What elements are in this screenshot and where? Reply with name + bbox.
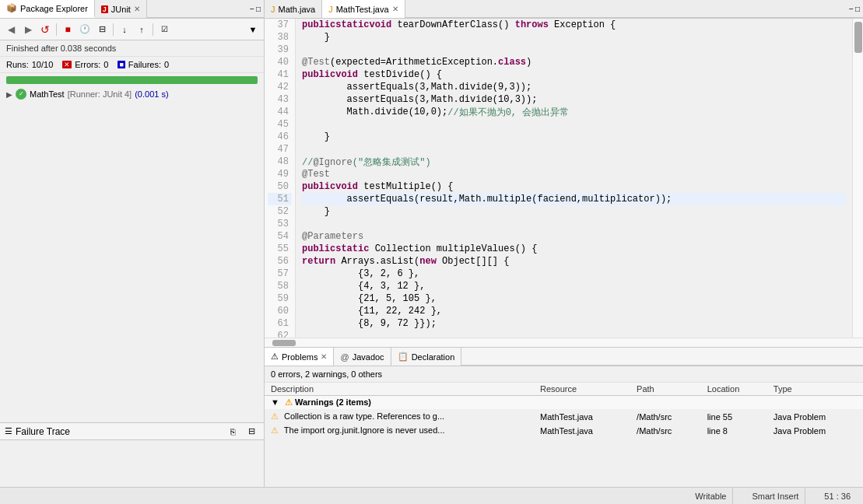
line-num: 61 bbox=[268, 317, 292, 330]
warning-type: Java Problem bbox=[767, 410, 863, 424]
top-row: 3738394041424344454647484950515253545556… bbox=[265, 19, 863, 347]
tab-mathtest-close[interactable]: ✕ bbox=[392, 5, 398, 13]
dropdown-btn[interactable]: ▼ bbox=[245, 22, 261, 37]
javadoc-icon: @ bbox=[340, 352, 349, 362]
junit-toolbar: ◀ ▶ ↺ ■ 🕐 ⊟ ↓ ↑ ☑ ▼ bbox=[0, 19, 264, 40]
tab-label-declaration: Declaration bbox=[412, 352, 455, 362]
warning-location: line 55 bbox=[701, 410, 767, 424]
failure-trace-panel: ☰ Failure Trace ⎘ ⊟ bbox=[0, 422, 264, 487]
col-type[interactable]: Type bbox=[767, 383, 863, 396]
code-line[interactable]: @Test(expected=ArithmeticException.class… bbox=[302, 56, 846, 68]
code-line[interactable]: @Test bbox=[302, 168, 846, 180]
code-line[interactable]: {3, 2, 6 }, bbox=[302, 268, 846, 280]
tab-junit[interactable]: J JUnit ✕ bbox=[95, 0, 147, 18]
progress-bar-fill bbox=[6, 76, 258, 84]
code-line[interactable]: {21, 5, 105 }, bbox=[302, 292, 846, 305]
code-line[interactable]: {4, 3, 12 }, bbox=[302, 280, 846, 292]
failure-trace-copy-btn[interactable]: ⎘ bbox=[225, 424, 240, 439]
main-row: ◀ ▶ ↺ ■ 🕐 ⊟ ↓ ↑ ☑ ▼ Finished after 0.038… bbox=[0, 19, 863, 487]
code-line[interactable]: } bbox=[302, 131, 846, 143]
maximize-btn[interactable]: □ bbox=[256, 5, 261, 13]
code-line[interactable] bbox=[302, 218, 846, 230]
code-line[interactable]: assertEquals(3,Math.divide(10,3)); bbox=[302, 93, 846, 106]
tab-label-junit: JUnit bbox=[111, 5, 131, 14]
editor-minimize-btn[interactable]: − bbox=[849, 5, 854, 13]
line-num: 50 bbox=[268, 180, 292, 193]
code-line[interactable] bbox=[302, 143, 846, 156]
code-line[interactable]: Math.divide(10,0);//如果不抛为0, 会抛出异常 bbox=[302, 106, 846, 118]
finished-text: Finished after 0.038 seconds bbox=[6, 44, 116, 53]
tab-problems-close[interactable]: ✕ bbox=[321, 352, 327, 361]
tab-package-explorer[interactable]: 📦 Package Explorer bbox=[0, 0, 95, 18]
collapse-btn[interactable]: ⊟ bbox=[94, 22, 110, 37]
prev-fail-btn[interactable]: ↑ bbox=[134, 22, 149, 37]
code-line[interactable]: public static Collection multipleValues(… bbox=[302, 243, 846, 255]
col-location[interactable]: Location bbox=[701, 383, 767, 396]
code-line[interactable]: @Parameters bbox=[302, 230, 846, 243]
test-tree-item[interactable]: ▶ ✓ MathTest [Runner: JUnit 4] (0.001 s) bbox=[0, 87, 264, 101]
code-line[interactable]: } bbox=[302, 31, 846, 44]
col-path[interactable]: Path bbox=[630, 383, 701, 396]
code-line[interactable] bbox=[302, 330, 846, 338]
tab-junit-close[interactable]: ✕ bbox=[134, 5, 140, 13]
test-tree: ▶ ✓ MathTest [Runner: JUnit 4] (0.001 s) bbox=[0, 87, 264, 422]
code-line[interactable]: } bbox=[302, 205, 846, 218]
code-line[interactable]: assertEquals(3,Math.divide(9,3)); bbox=[302, 81, 846, 93]
code-line[interactable]: {11, 22, 242 }, bbox=[302, 305, 846, 317]
tab-mathtest-java[interactable]: J MathTest.java ✕ bbox=[322, 0, 405, 18]
errors-icon: ✕ bbox=[62, 61, 72, 68]
line-num: 56 bbox=[268, 255, 292, 268]
tab-label-package-explorer: Package Explorer bbox=[20, 4, 88, 13]
forward-btn[interactable]: ▶ bbox=[20, 22, 36, 37]
horizontal-scrollbar[interactable] bbox=[265, 338, 863, 347]
code-line[interactable] bbox=[302, 118, 846, 131]
tab-label-mathtest-java: MathTest.java bbox=[336, 5, 389, 14]
history-btn[interactable]: 🕐 bbox=[77, 22, 93, 37]
next-fail-btn[interactable]: ↓ bbox=[117, 22, 132, 37]
warning-icon-category: ⚠ bbox=[285, 397, 293, 407]
code-line[interactable]: assertEquals(result,Math.multiple(facien… bbox=[302, 193, 846, 205]
failure-trace-content bbox=[0, 440, 264, 487]
failure-trace-list-icon: ☰ bbox=[5, 426, 12, 436]
code-line[interactable]: public void testDivide() { bbox=[302, 68, 846, 81]
col-description[interactable]: Description bbox=[265, 383, 534, 396]
warning-row[interactable]: ⚠ Collection is a raw type. References t… bbox=[265, 410, 863, 424]
failure-trace-filter-btn[interactable]: ⊟ bbox=[244, 424, 259, 439]
stop-btn[interactable]: ■ bbox=[60, 22, 75, 37]
failures-item: ■ Failures: 0 bbox=[118, 60, 169, 69]
code-view[interactable]: 3738394041424344454647484950515253545556… bbox=[265, 19, 863, 338]
rerun-btn[interactable]: ↺ bbox=[37, 22, 53, 37]
warning-type: Java Problem bbox=[767, 424, 863, 438]
warnings-category-row[interactable]: ▼ ⚠ Warnings (2 items) bbox=[265, 396, 863, 410]
failures-icon: ■ bbox=[118, 61, 125, 68]
code-line[interactable] bbox=[302, 44, 846, 56]
code-line[interactable]: {8, 9, 72 }}); bbox=[302, 317, 846, 330]
h-scroll-thumb[interactable] bbox=[272, 340, 296, 346]
back-btn[interactable]: ◀ bbox=[3, 22, 19, 37]
errors-item: ✕ Errors: 0 bbox=[62, 60, 108, 69]
line-num: 51 bbox=[268, 193, 292, 205]
tab-declaration[interactable]: 📋 Declaration bbox=[391, 348, 462, 366]
col-resource[interactable]: Resource bbox=[534, 383, 630, 396]
line-num: 42 bbox=[268, 81, 292, 93]
left-section: ◀ ▶ ↺ ■ 🕐 ⊟ ↓ ↑ ☑ ▼ Finished after 0.038… bbox=[0, 19, 265, 487]
tab-problems[interactable]: ⚠ Problems ✕ bbox=[265, 348, 334, 366]
code-line[interactable]: public static void tearDownAfterClass() … bbox=[302, 19, 846, 31]
minimize-btn[interactable]: − bbox=[250, 5, 254, 13]
code-line[interactable]: return Arrays.asList(new Object[][] { bbox=[302, 255, 846, 268]
warning-row[interactable]: ⚠ The import org.junit.Ignore is never u… bbox=[265, 424, 863, 438]
code-line[interactable]: //@Ignore("忽略集成测试") bbox=[302, 156, 846, 168]
editor-maximize-btn[interactable]: □ bbox=[855, 5, 860, 13]
code-line[interactable]: public void testMultiple() { bbox=[302, 180, 846, 193]
tab-javadoc[interactable]: @ Javadoc bbox=[334, 348, 391, 366]
scroll-gutter[interactable] bbox=[852, 19, 863, 338]
failure-trace-title: Failure Trace bbox=[16, 426, 70, 437]
tab-math-java[interactable]: J Math.java bbox=[265, 0, 322, 18]
category-label: Warnings (2 items) bbox=[295, 397, 371, 407]
filter-btn[interactable]: ☑ bbox=[156, 22, 172, 37]
code-content: public static void tearDownAfterClass() … bbox=[296, 19, 852, 338]
status-bar: Writable Smart Insert 51 : 36 bbox=[0, 487, 863, 504]
warning-resource: MathTest.java bbox=[534, 410, 630, 424]
failure-trace-header: ☰ Failure Trace ⎘ ⊟ bbox=[0, 423, 264, 440]
scroll-thumb[interactable] bbox=[854, 22, 862, 53]
